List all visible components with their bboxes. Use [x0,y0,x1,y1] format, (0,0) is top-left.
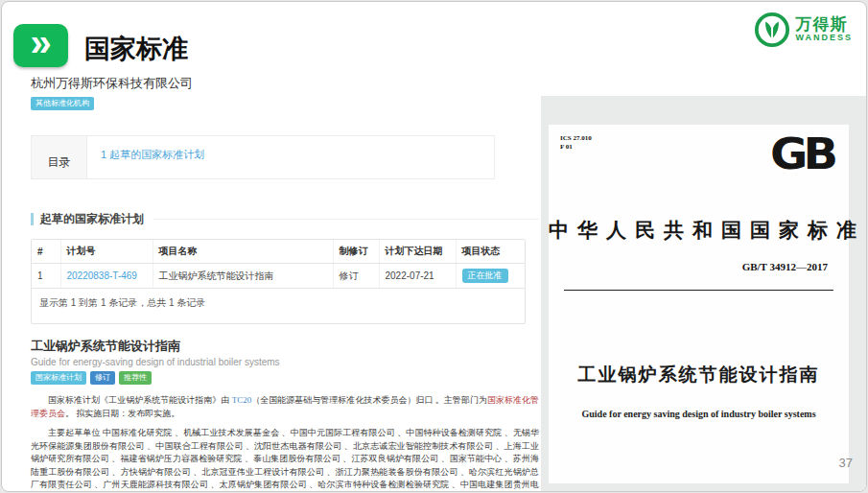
project-subtitle-en: Guide for energy-saving design of indust… [31,357,539,367]
badge-national-plan: 国家标准计划 [31,371,86,385]
paragraph-drafting-units: 主要起草单位 中国标准化研究院 、机械工业技术发展基金会 、中国中元国际工程有限… [31,427,539,492]
ics-code: ICS 27.010 F 01 [560,134,592,152]
col-header-date: 计划下达日期 [379,240,456,264]
toc-link-draft-plan[interactable]: 1 起草的国家标准计划 [101,149,204,160]
cell-date: 2022-07-21 [379,264,456,289]
table-row: 1 20220838-T-469 工业锅炉系统节能设计指南 修订 2022-07… [32,264,525,289]
project-description: 国家标准计划《工业锅炉系统节能设计指南》由 TC20（全国能源基础与管理标准化技… [31,394,539,492]
highlight-wandess-company: 杭州万得斯环保科技有限公司 [31,491,539,492]
badge-recommended: 推荐性 [119,371,152,385]
gb-standard-cover-image: ICS 27.010 F 01 GB 中华人民共和国国家标准 GB/T 3491… [541,96,867,491]
plan-table-container: # 计划号 项目名称 制修订 计划下达日期 项目状态 1 20220838-T-… [31,239,526,324]
cover-subtitle-en: Guide for energy saving design of indust… [549,409,849,419]
section-title: 起草的国家标准计划 [40,211,144,227]
gb-cover-page: ICS 27.010 F 01 GB 中华人民共和国国家标准 GB/T 3491… [549,125,849,483]
para1-text3: 。 拟实施日期：发布即实施。 [65,409,179,418]
paragraph-scope: 国家标准计划《工业锅炉系统节能设计指南》由 TC20（全国能源基础与管理标准化技… [31,394,539,420]
badge-revision: 修订 [90,371,115,385]
col-header-revision: 制修订 [333,240,379,264]
project-badges: 国家标准计划 修订 推荐性 [31,371,539,385]
logo-name-cn: 万得斯 [795,16,853,34]
plan-number-link[interactable]: 20220838-T-469 [67,270,137,281]
tc20-link[interactable]: TC20 [232,395,252,405]
wandess-leaf-icon [754,12,790,48]
col-header-index: # [32,240,60,264]
slide-page-number: 37 [839,456,853,470]
standard-webpage-capture: 杭州万得斯环保科技有限公司 其他标准化机构 目录 1 起草的国家标准计划 起草的… [31,75,539,492]
section-header: 起草的国家标准计划 [31,211,539,227]
para1-text: 国家标准计划《工业锅炉系统节能设计指南》由 [48,395,232,405]
standard-number: GB/T 34912—2017 [742,261,828,272]
para2-text: 主要起草单位 中国标准化研究院 、机械工业技术发展基金会 、中国中元国际工程有限… [31,428,539,492]
wandess-logo: 万得斯 WANDESS [754,12,853,48]
cover-title: 工业锅炉系统节能设计指南 [549,363,849,387]
double-chevron-icon: » [13,24,68,67]
para1-text2: （全国能源基础与管理标准化技术委员会）归口 。主管部门为 [251,395,487,405]
cell-index: 1 [32,264,60,289]
col-header-project: 项目名称 [152,240,333,264]
plan-table: # 计划号 项目名称 制修订 计划下达日期 项目状态 1 20220838-T-… [32,240,525,289]
table-header-row: # 计划号 项目名称 制修订 计划下达日期 项目状态 [32,240,525,264]
cell-revision: 修订 [333,264,379,289]
cover-divider [564,290,833,291]
page-title: 国家标准 [84,32,188,66]
project-title: 工业锅炉系统节能设计指南 [31,338,539,355]
national-standard-header: 中华人民共和国国家标准 [549,217,849,244]
gb-logo: GB [770,129,833,178]
cell-project-name: 工业锅炉系统节能设计指南 [152,264,333,289]
company-type-badge: 其他标准化机构 [31,97,94,110]
slide: » 国家标准 万得斯 WANDESS 杭州万得斯环保科技有限公司 其他标准化机构… [1,1,867,492]
section-accent-bar [31,213,34,225]
col-header-plan-no: 计划号 [60,240,152,264]
col-header-status: 项目状态 [456,240,525,264]
section-rule [153,219,539,220]
table-record-count: 显示第 1 到第 1 条记录，总共 1 条记录 [32,289,525,323]
company-name: 杭州万得斯环保科技有限公司 [31,75,539,92]
toc-label: 目录 [32,136,87,178]
toc-box: 目录 1 起草的国家标准计划 [31,135,495,179]
status-badge: 正在批准 [462,269,508,283]
logo-name-en: WANDESS [795,34,853,42]
